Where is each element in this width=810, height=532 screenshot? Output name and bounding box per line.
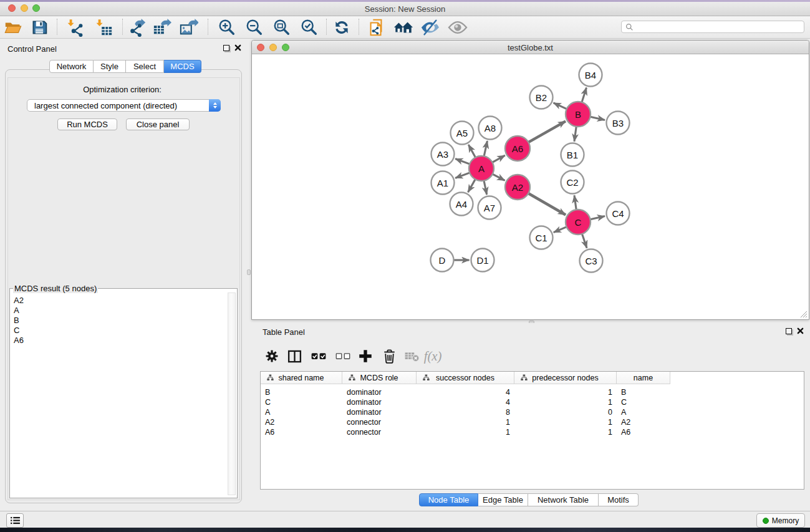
- apply-function-icon[interactable]: f(x): [421, 346, 448, 366]
- graph-edge-A-A6[interactable]: [492, 155, 505, 163]
- table-cell[interactable]: connector: [342, 427, 417, 437]
- close-panel-icon[interactable]: [234, 44, 241, 51]
- show-all-icon[interactable]: [447, 17, 468, 37]
- memory-button[interactable]: Memory: [756, 513, 805, 528]
- table-cell[interactable]: B: [261, 387, 342, 397]
- network-window-titlebar[interactable]: testGlobe.txt: [252, 41, 809, 54]
- graph-edge-C-C1[interactable]: [554, 226, 567, 232]
- float-panel-icon[interactable]: [223, 45, 229, 51]
- table-row-A6[interactable]: A6connector11A6: [261, 427, 670, 437]
- tab-style[interactable]: Style: [94, 60, 126, 73]
- tab-mcds[interactable]: MCDS: [164, 60, 201, 73]
- graph-edge-A-A7[interactable]: [484, 180, 487, 195]
- tab-node-table[interactable]: Node Table: [419, 493, 478, 506]
- save-session-icon[interactable]: [29, 17, 50, 37]
- zoom-fit-icon[interactable]: [271, 17, 292, 37]
- table-cell[interactable]: 1: [514, 417, 617, 427]
- mcds-result-item[interactable]: B: [14, 316, 24, 326]
- run-mcds-button[interactable]: Run MCDS: [57, 118, 117, 130]
- table-cell[interactable]: C: [617, 397, 670, 407]
- export-network-icon[interactable]: [127, 17, 148, 37]
- mcds-result-scrollbar[interactable]: [228, 293, 236, 495]
- table-cell[interactable]: connector: [342, 417, 417, 427]
- zoom-out-icon[interactable]: [244, 17, 265, 37]
- table-row-A2[interactable]: A2connector11A2: [261, 417, 670, 427]
- import-network-icon[interactable]: [64, 17, 85, 37]
- table-cell[interactable]: B: [617, 387, 670, 397]
- zoom-in-icon[interactable]: [216, 17, 238, 37]
- graph-edge-A-A8[interactable]: [484, 141, 487, 157]
- graph-edge-A6-B[interactable]: [528, 121, 566, 142]
- float-table-panel-icon[interactable]: [786, 328, 792, 334]
- table-cell[interactable]: 4: [417, 397, 514, 407]
- table-cell[interactable]: 1: [514, 397, 617, 407]
- table-cell[interactable]: 1: [514, 387, 617, 397]
- criterion-dropdown[interactable]: largest connected component (directed): [27, 99, 221, 112]
- table-cell[interactable]: 1: [417, 417, 514, 427]
- zoom-selected-icon[interactable]: [299, 17, 320, 37]
- table-cell[interactable]: C: [261, 397, 342, 407]
- vertical-split-grip[interactable]: [247, 269, 251, 275]
- table-cell[interactable]: 0: [514, 407, 617, 417]
- table-cell[interactable]: 1: [514, 427, 617, 437]
- mcds-result-item[interactable]: A6: [14, 336, 24, 346]
- tab-edge-table[interactable]: Edge Table: [478, 493, 528, 506]
- open-file-icon[interactable]: [2, 17, 23, 37]
- task-history-button[interactable]: [6, 513, 24, 528]
- table-row-B[interactable]: Bdominator41B: [261, 387, 670, 397]
- tab-motifs[interactable]: Motifs: [599, 493, 639, 506]
- table-cell[interactable]: A6: [261, 427, 342, 437]
- mcds-result-list[interactable]: A2ABCA6: [14, 296, 24, 346]
- table-row-A[interactable]: Adominator80A: [261, 407, 670, 417]
- graph-edge-A-A1[interactable]: [455, 173, 470, 178]
- clone-network-icon[interactable]: [365, 17, 387, 37]
- table-cell[interactable]: dominator: [342, 407, 417, 417]
- export-table-icon[interactable]: [152, 17, 173, 37]
- tab-select[interactable]: Select: [126, 60, 164, 73]
- table-cell[interactable]: 4: [417, 387, 514, 397]
- table-cell[interactable]: A2: [261, 417, 342, 427]
- graph-edge-A-A3[interactable]: [455, 158, 470, 164]
- graph-edge-C-C2[interactable]: [574, 195, 576, 210]
- close-table-panel-icon[interactable]: [797, 327, 804, 334]
- graph-edge-A-A2[interactable]: [492, 174, 505, 181]
- table-cell[interactable]: 8: [417, 407, 514, 417]
- graph-edge-B-B2[interactable]: [554, 103, 567, 109]
- graph-edge-C-C4[interactable]: [590, 216, 605, 220]
- column-header-shared-name[interactable]: shared name: [261, 372, 342, 384]
- window-resize-grip[interactable]: [800, 311, 808, 318]
- add-column-icon[interactable]: [355, 346, 375, 366]
- mcds-result-item[interactable]: A: [14, 306, 24, 316]
- graph-edge-A-A5[interactable]: [468, 145, 476, 158]
- network-canvas[interactable]: AA6A2BCA5A8A3A1A4A7B2B4B3B1C2C4C1C3DD1: [252, 54, 809, 319]
- table-cell[interactable]: A6: [617, 427, 670, 437]
- graph-edge-B-B3[interactable]: [590, 117, 605, 120]
- search-input[interactable]: [621, 21, 804, 33]
- graph-edge-B-B4[interactable]: [582, 87, 587, 102]
- tab-network-table[interactable]: Network Table: [528, 493, 599, 506]
- column-header-successor-nodes[interactable]: successor nodes: [417, 372, 514, 384]
- table-cell[interactable]: dominator: [342, 387, 417, 397]
- table-cell[interactable]: A2: [617, 417, 670, 427]
- table-settings-icon[interactable]: [262, 346, 282, 366]
- import-table-icon[interactable]: [93, 17, 114, 37]
- graph-edge-A-A4[interactable]: [468, 179, 476, 193]
- column-layout-icon[interactable]: [284, 346, 304, 366]
- first-neighbors-icon[interactable]: [393, 17, 414, 37]
- table-row-C[interactable]: Cdominator41C: [261, 397, 670, 407]
- table-cell[interactable]: 1: [417, 427, 514, 437]
- mcds-result-item[interactable]: C: [14, 326, 24, 336]
- table-cell[interactable]: A: [261, 407, 342, 417]
- export-image-icon[interactable]: [178, 17, 200, 37]
- mcds-result-item[interactable]: A2: [14, 296, 24, 306]
- graph-edge-C-C3[interactable]: [582, 233, 587, 248]
- column-header-name[interactable]: name: [617, 372, 670, 384]
- deselect-all-rows-icon[interactable]: [333, 346, 353, 366]
- table-cell[interactable]: A: [617, 407, 670, 417]
- delete-column-icon[interactable]: [379, 346, 399, 366]
- graph-edge-B-B1[interactable]: [574, 126, 576, 142]
- tab-network[interactable]: Network: [49, 60, 94, 73]
- table-cell[interactable]: dominator: [342, 397, 417, 407]
- column-header-predecessor-nodes[interactable]: predecessor nodes: [514, 372, 617, 384]
- delete-table-icon[interactable]: [402, 346, 422, 366]
